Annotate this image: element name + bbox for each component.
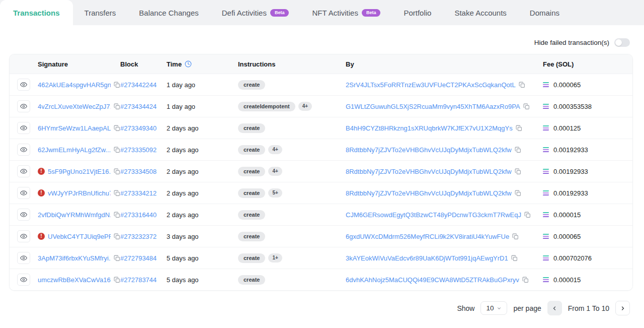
copy-icon[interactable] <box>516 125 522 132</box>
page-size-select[interactable]: 10 <box>480 301 507 315</box>
block-link[interactable]: #273349340 <box>120 124 156 132</box>
copy-icon[interactable] <box>515 147 521 153</box>
header-signature: Signature <box>38 60 120 68</box>
solana-icon <box>543 190 549 195</box>
hide-failed-toggle[interactable] <box>614 38 630 47</box>
instruction-count-badge: 1+ <box>268 253 282 263</box>
copy-icon[interactable] <box>114 277 120 283</box>
tab-balance-changes[interactable]: Balance Changes <box>127 0 210 25</box>
fee-value: 0.000353538 <box>553 103 592 110</box>
by-address-link[interactable]: 8RdtbbNy7jZJVTo2eVHBGhvVcUJqDyMdjxTubWLQ… <box>346 146 512 154</box>
solana-icon <box>543 147 549 152</box>
signature-link[interactable]: 2vfDbiQwYRMhWmfgdN... <box>38 211 111 219</box>
preview-eye-button[interactable] <box>17 209 30 221</box>
preview-eye-button[interactable] <box>17 144 30 156</box>
block-link[interactable]: #273232372 <box>120 233 156 240</box>
prev-page-button[interactable] <box>547 301 562 315</box>
show-label: Show <box>457 304 474 312</box>
by-address-link[interactable]: CJM6GERsowdEgytQ3tBzwCT48yPDcnwTG3ckmT7R… <box>346 211 521 219</box>
solana-icon <box>543 169 549 174</box>
copy-icon[interactable] <box>114 255 120 261</box>
by-address-link[interactable]: 8RdtbbNy7jZJVTo2eVHBGhvVcUJqDyMdjxTubWLQ… <box>346 189 512 197</box>
copy-icon[interactable] <box>114 82 120 88</box>
clock-icon[interactable] <box>185 60 192 68</box>
block-link[interactable]: #272783744 <box>120 276 156 284</box>
copy-icon[interactable] <box>515 190 521 196</box>
time-value: 2 days ago <box>167 211 238 219</box>
copy-icon[interactable] <box>519 82 525 88</box>
fee-value: 0.00192933 <box>553 168 588 175</box>
tab-stake-accounts[interactable]: Stake Accounts <box>443 0 518 25</box>
preview-eye-button[interactable] <box>17 187 30 199</box>
by-address-link[interactable]: 2SrV4JLTsx5FoRRTnzEw3UVFUeCT2PKAxScGqkan… <box>346 81 516 89</box>
by-address-link[interactable]: G1WLtZGuwuhGL5XjS2RcuaMm9vyn45XhTM6AazxR… <box>346 103 520 110</box>
block-link[interactable]: #273434424 <box>120 103 156 110</box>
signature-link[interactable]: 3ApM73if6rbxKYuSMfryi... <box>38 254 111 262</box>
copy-icon[interactable] <box>523 103 530 110</box>
instruction-count-badge: 5+ <box>268 188 282 198</box>
preview-eye-button[interactable] <box>17 165 30 177</box>
signature-link[interactable]: 5sF9PgUno21VjtE16... <box>48 168 111 175</box>
signature-link[interactable]: UVebkC4YTJUiq9ePR... <box>48 233 111 240</box>
by-address-link[interactable]: B4hH9CYZt8HRkzng1sXRUqbrkW7KJfEX7vU1X2Mq… <box>346 124 513 132</box>
block-link[interactable]: #272793484 <box>120 254 156 262</box>
copy-icon[interactable] <box>114 125 120 132</box>
table-row: 6HYmrSeWzw1LAaepAL... #273349340 2 days … <box>10 117 632 139</box>
instruction-count-badge: 4+ <box>268 167 282 176</box>
table-row: 462AkUEa4spgvHAR5gn... #273442244 1 day … <box>10 74 632 95</box>
block-link[interactable]: #273334508 <box>120 168 156 175</box>
by-address-link[interactable]: 8RdtbbNy7jZJVTo2eVHBGhvVcUJqDyMdjxTubWLQ… <box>346 168 512 175</box>
copy-icon[interactable] <box>511 255 518 261</box>
preview-eye-button[interactable] <box>17 252 30 264</box>
table-row: ! UVebkC4YTJUiq9ePR... #273232372 3 days… <box>10 225 632 247</box>
preview-eye-button[interactable] <box>17 230 30 242</box>
instruction-badge: createIdempotent <box>238 102 295 111</box>
tab-domains[interactable]: Domains <box>518 0 571 25</box>
copy-icon[interactable] <box>522 277 529 283</box>
copy-icon[interactable] <box>114 168 120 175</box>
block-link[interactable]: #273442244 <box>120 81 156 89</box>
tab-label: Transactions <box>13 9 60 17</box>
tab-transactions[interactable]: Transactions <box>0 0 73 25</box>
by-address-link[interactable]: 6gxdUWXcDMdrm526MeyfRCLi9k2KV8iratiU4kYu… <box>346 233 509 240</box>
header-by: By <box>346 60 543 68</box>
copy-icon[interactable] <box>114 103 120 110</box>
header-time-label: Time <box>167 60 182 68</box>
copy-icon[interactable] <box>515 168 521 175</box>
block-link[interactable]: #273316440 <box>120 211 156 219</box>
signature-link[interactable]: vWJyYPJrRBnUfichu7... <box>48 189 111 197</box>
preview-eye-button[interactable] <box>17 79 30 91</box>
preview-eye-button[interactable] <box>17 100 30 112</box>
signature-link[interactable]: 6HYmrSeWzw1LAaepAL... <box>38 124 111 132</box>
table-row: ! vWJyYPJrRBnUfichu7... #273334212 2 day… <box>10 182 632 204</box>
copy-icon[interactable] <box>114 233 120 240</box>
tab-defi-activities[interactable]: Defi Activities Beta <box>210 0 301 25</box>
block-link[interactable]: #273335092 <box>120 146 156 154</box>
signature-link[interactable]: 62JwmELmHyALg2fZw... <box>38 146 111 154</box>
instruction-badge: create <box>238 123 265 133</box>
instruction-badge: create <box>238 145 265 155</box>
signature-link[interactable]: 4vZrcLXuveXteWecZpJ7... <box>38 103 111 110</box>
preview-eye-button[interactable] <box>17 122 30 134</box>
instruction-badge: create <box>238 167 265 176</box>
copy-icon[interactable] <box>114 147 120 153</box>
header-block: Block <box>120 60 167 68</box>
copy-icon[interactable] <box>524 212 531 218</box>
header-instructions: Instructions <box>238 60 346 68</box>
copy-icon[interactable] <box>114 212 120 218</box>
time-value: 1 day ago <box>167 103 238 110</box>
solana-icon <box>543 234 549 239</box>
block-link[interactable]: #273334212 <box>120 189 156 197</box>
tab-nft-activities[interactable]: NFT Activities Beta <box>300 0 392 25</box>
tab-portfolio[interactable]: Portfolio <box>392 0 443 25</box>
by-address-link[interactable]: 6dvhKAhNojz5MaCUQQi49E9CWA8WtD5ZTRAkBuGP… <box>346 276 519 284</box>
fee-value: 0.000065 <box>553 81 581 89</box>
signature-link[interactable]: 462AkUEa4spgvHAR5gn... <box>38 81 111 89</box>
tab-transfers[interactable]: Transfers <box>73 0 128 25</box>
copy-icon[interactable] <box>114 190 120 196</box>
by-address-link[interactable]: 3kAYEokWiVuVaEdcv6r89UaK6DjWTot991jqAEwg… <box>346 254 508 262</box>
next-page-button[interactable] <box>615 301 630 315</box>
signature-link[interactable]: umczwRbBeXVaCwVa16... <box>38 276 111 284</box>
preview-eye-button[interactable] <box>17 274 30 286</box>
copy-icon[interactable] <box>512 233 519 240</box>
